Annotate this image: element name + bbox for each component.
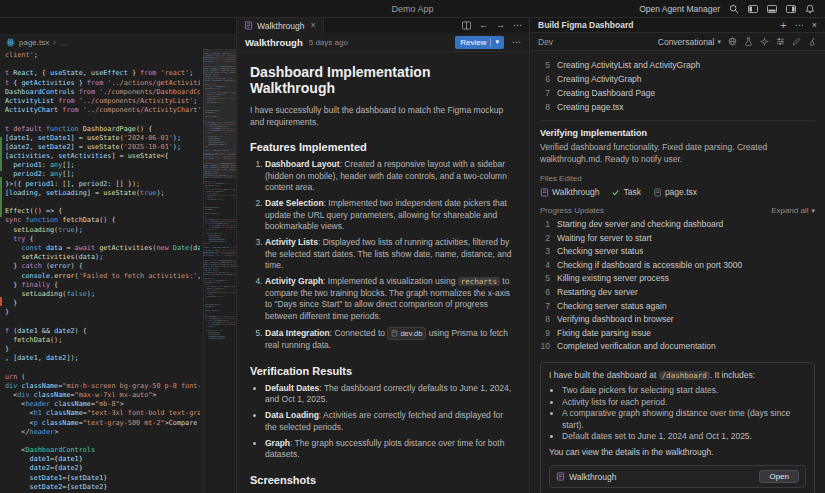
- layout-panel-bottom-icon[interactable]: [767, 4, 777, 14]
- progress-item[interactable]: 9Fixing date parsing issue: [540, 327, 815, 341]
- code-line: <header className="mb-8">: [5, 400, 200, 409]
- open-agent-manager-button[interactable]: Open Agent Manager: [639, 4, 720, 14]
- code-line: ActivityChart from '../components/Activi…: [5, 106, 200, 115]
- walkthrough-attachment-card[interactable]: Walkthrough Open: [549, 465, 806, 488]
- step-number: 3: [540, 245, 550, 259]
- layout-sidebar-left-icon[interactable]: [748, 4, 758, 14]
- code-editor-pane: page.tsx › … client'; t React, { useStat…: [0, 18, 237, 493]
- file-chip[interactable]: Task: [611, 187, 640, 197]
- review-button[interactable]: Review ▾: [455, 36, 504, 49]
- progress-item[interactable]: 6Restarting dev server: [540, 286, 815, 300]
- step-number: 5: [540, 272, 550, 286]
- step-number: 6: [540, 286, 550, 300]
- step-label: Restarting dev server: [557, 286, 638, 300]
- file-chip[interactable]: Walkthrough: [540, 187, 599, 197]
- agent-step[interactable]: 5Creating ActivityList and ActivityGraph: [540, 58, 815, 72]
- code-line: } finally {: [5, 281, 200, 290]
- progress-item[interactable]: 2Waiting for server to start: [540, 232, 815, 246]
- open-walkthrough-button[interactable]: Open: [759, 470, 799, 483]
- vscode-window: Demo App Open Agent Manager: [0, 0, 825, 493]
- agent-toolbar: Dev Conversational ▾: [530, 33, 825, 51]
- code-line: f (date1 && date2) {: [5, 327, 200, 336]
- conversational-mode-dropdown[interactable]: Conversational ▾: [658, 37, 721, 47]
- step-number: 6: [540, 72, 550, 86]
- file-chip[interactable]: page.tsx: [653, 187, 697, 197]
- pencil-icon[interactable]: [792, 37, 801, 46]
- code-line: DashboardControls from './components/Das…: [5, 88, 200, 97]
- chevron-down-icon[interactable]: ▾: [495, 38, 499, 46]
- agent-thread-body[interactable]: 5Creating ActivityList and ActivityGraph…: [530, 51, 825, 493]
- agent-mode-dev[interactable]: Dev: [538, 37, 553, 47]
- code-line: setLoading(false);: [5, 290, 200, 299]
- sliders-icon[interactable]: [776, 37, 785, 46]
- progress-item[interactable]: 8Verifying dashboard in browser: [540, 313, 815, 327]
- broom-icon[interactable]: [808, 37, 817, 46]
- globe-icon[interactable]: [728, 37, 737, 46]
- divider: [540, 120, 815, 121]
- progress-item[interactable]: 3Checking server status: [540, 245, 815, 259]
- conversational-label: Conversational: [658, 37, 715, 47]
- split-editor-icon[interactable]: [462, 21, 471, 30]
- thread-more-icon[interactable]: ⋯: [795, 21, 804, 30]
- layout-sidebar-right-icon[interactable]: [786, 4, 796, 14]
- doc-age: 5 days ago: [309, 38, 348, 47]
- code-line: setLoading(true);: [5, 226, 200, 235]
- agent-step[interactable]: 6Creating ActivityGraph: [540, 72, 815, 86]
- breadcrumb[interactable]: page.tsx › …: [0, 35, 236, 49]
- message-bullet: Two date pickers for selecting start dat…: [562, 385, 806, 397]
- walkthrough-header: Walkthrough 5 days ago Review ▾ ⋯: [237, 33, 529, 52]
- step-number: 2: [540, 232, 550, 246]
- doc-title: Walkthrough: [245, 37, 303, 48]
- navigate-forward-icon[interactable]: →: [496, 21, 505, 30]
- close-tab-icon[interactable]: ×: [310, 21, 315, 30]
- tab-walkthrough[interactable]: Walkthrough ×: [237, 18, 324, 33]
- agent-section-body: Verified dashboard functionality. Fixed …: [540, 142, 815, 165]
- message-bullet: A comparative graph showing distance ove…: [562, 408, 806, 431]
- step-label: Killing existing server process: [557, 272, 669, 286]
- progress-item[interactable]: 7Checking server status again: [540, 300, 815, 314]
- bell-icon[interactable]: [805, 4, 815, 14]
- walkthrough-content[interactable]: Dashboard Implementation Walkthrough I h…: [237, 52, 529, 493]
- files-edited-row: WalkthroughTaskpage.tsx: [540, 187, 815, 197]
- code-line: sync function fetchData() {: [5, 216, 200, 225]
- code-area[interactable]: client'; t React, { useState, useEffect …: [0, 49, 236, 493]
- progress-item[interactable]: 4Checking if dashboard is accessible on …: [540, 259, 815, 273]
- doc-header-actions: Review ▾ ⋯: [455, 36, 521, 49]
- git-added-gutter: [0, 137, 2, 171]
- files-edited-label: Files Edited: [540, 174, 815, 183]
- code-line: }>({ period1: [], period2: [] });: [5, 180, 200, 189]
- beaker-icon[interactable]: [744, 37, 753, 46]
- progress-item[interactable]: 5Killing existing server process: [540, 272, 815, 286]
- step-label: Verifying dashboard in browser: [557, 313, 674, 327]
- close-panel-icon[interactable]: ×: [812, 21, 817, 30]
- progress-item[interactable]: 10Completed verification and documentati…: [540, 340, 815, 354]
- code-line: }: [5, 299, 200, 308]
- progress-item[interactable]: 1Starting dev server and checking dashbo…: [540, 218, 815, 232]
- walkthrough-pane: Walkthrough × ← → ⋯ Walkthrough 5 days a…: [237, 18, 530, 493]
- code-line: try {: [5, 235, 200, 244]
- header-more-icon[interactable]: ⋯: [512, 38, 521, 47]
- agent-step[interactable]: 8Creating page.tsx: [540, 100, 815, 114]
- verification-item: Data Loading: Activities are correctly f…: [265, 410, 515, 433]
- search-icon[interactable]: [729, 4, 739, 14]
- code-line: const data = await getActivities(new Dat…: [5, 244, 200, 253]
- agent-step[interactable]: 7Creating Dashboard Page: [540, 86, 815, 100]
- step-label: Creating ActivityList and ActivityGraph: [557, 58, 700, 72]
- code-line: </header>: [5, 428, 200, 437]
- agent-panel-header: Build Figma Dashboard + ⋯ ×: [530, 18, 825, 33]
- new-thread-icon[interactable]: +: [780, 20, 786, 31]
- code-line: setDate1={setDate1}: [5, 474, 200, 483]
- doc-heading: Dashboard Implementation Walkthrough: [250, 64, 515, 96]
- navigate-back-icon[interactable]: ←: [479, 21, 488, 30]
- step-number: 7: [540, 86, 550, 100]
- more-actions-icon[interactable]: ⋯: [513, 21, 522, 30]
- gear-icon[interactable]: [760, 37, 769, 46]
- step-label: Checking if dashboard is accessible on p…: [557, 259, 742, 273]
- code-line: period1: any[];: [5, 161, 200, 170]
- minimap[interactable]: client'; t React, { useState, useEffect …: [203, 49, 236, 493]
- chevron-right-icon: ›: [53, 38, 56, 47]
- step-label: Creating page.tsx: [557, 100, 624, 114]
- expand-all-button[interactable]: Expand all ▾: [771, 206, 815, 215]
- agent-thread-title: Build Figma Dashboard: [538, 20, 633, 30]
- dev-db-chip[interactable]: dev.db: [387, 327, 426, 341]
